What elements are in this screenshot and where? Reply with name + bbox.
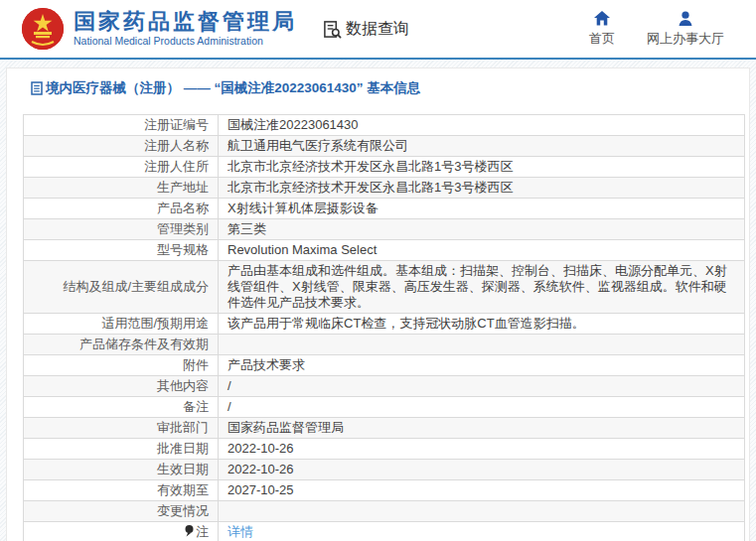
row-label: 注 [24, 522, 219, 541]
org-name-en: National Medical Products Administration [74, 36, 297, 48]
row-label: 管理类别 [24, 219, 219, 240]
row-label: 其他内容 [24, 376, 219, 397]
nav-home[interactable]: 首页 [589, 11, 615, 48]
page-background: 境内医疗器械（注册） —— “国械注准20223061430” 基本信息 注册证… [0, 60, 756, 541]
row-value: 航卫通用电气医疗系统有限公司 [219, 136, 745, 157]
nav-online-hall[interactable]: 网上办事大厅 [647, 11, 724, 48]
row-value: 北京市北京经济技术开发区永昌北路1号3号楼西区 [219, 157, 745, 178]
row-label: 结构及组成/主要组成成分 [24, 261, 219, 314]
row-label-text: 注册人住所 [144, 159, 209, 174]
site-header: 国家药品监督管理局 National Medical Products Admi… [0, 0, 756, 58]
row-label: 有效期至 [24, 480, 219, 501]
table-row: 适用范围/预期用途该产品用于常规临床CT检查，支持冠状动脉CT血管造影扫描。 [24, 314, 745, 335]
table-row: 注册证编号国械注准20223061430 [24, 115, 745, 136]
nav-home-label: 首页 [589, 30, 615, 48]
document-search-icon [323, 20, 342, 39]
content-panel: 境内医疗器械（注册） —— “国械注准20223061430” 基本信息 注册证… [6, 68, 750, 541]
row-label-text: 其他内容 [157, 378, 209, 393]
row-value: 该产品用于常规临床CT检查，支持冠状动脉CT血管造影扫描。 [219, 314, 745, 335]
table-row: 附件产品技术要求 [24, 355, 745, 376]
row-value: 第三类 [219, 219, 745, 240]
row-label-text: 产品名称 [157, 201, 209, 215]
row-label: 审批部门 [24, 418, 219, 439]
data-query-tab[interactable]: 数据查询 [323, 19, 409, 40]
row-label: 适用范围/预期用途 [24, 314, 219, 335]
row-label-text: 审批部门 [157, 420, 209, 435]
row-value: 国家药品监督管理局 [219, 418, 745, 439]
row-label: 产品储存条件及有效期 [24, 335, 219, 355]
row-label: 型号规格 [24, 240, 219, 261]
row-label-text: 附件 [183, 357, 209, 372]
national-emblem-logo [22, 8, 64, 50]
row-label-text: 型号规格 [157, 242, 209, 257]
table-row: 管理类别第三类 [24, 219, 745, 240]
registration-info-table: 注册证编号国械注准20223061430注册人名称航卫通用电气医疗系统有限公司注… [23, 114, 745, 541]
row-label-text: 产品储存条件及有效期 [79, 337, 209, 351]
row-value: 产品技术要求 [219, 355, 745, 376]
row-label: 附件 [24, 355, 219, 376]
note-balloon-icon [185, 525, 194, 537]
home-icon [594, 11, 610, 26]
table-row: 注详情 [24, 522, 745, 541]
table-row: 生效日期2022-10-26 [24, 460, 745, 480]
row-value: X射线计算机体层摄影设备 [219, 199, 745, 219]
row-label: 注册人住所 [24, 157, 219, 178]
table-row: 备注/ [24, 397, 745, 418]
row-label-text: 生产地址 [157, 180, 209, 195]
table-row: 型号规格Revolution Maxima Select [24, 240, 745, 261]
table-row: 有效期至2027-10-25 [24, 480, 745, 501]
row-label-text: 批准日期 [157, 441, 209, 456]
org-name-cn: 国家药品监督管理局 [74, 10, 297, 34]
row-label-text: 适用范围/预期用途 [101, 316, 209, 331]
row-label-text: 注册证编号 [144, 117, 209, 132]
row-label: 批准日期 [24, 439, 219, 460]
row-value: 北京市北京经济技术开发区永昌北路1号3号楼西区 [219, 178, 745, 199]
row-value: 国械注准20223061430 [219, 115, 745, 136]
row-value: Revolution Maxima Select [219, 240, 745, 261]
row-value: 2022-10-26 [219, 439, 745, 460]
breadcrumb: 境内医疗器械（注册） —— “国械注准20223061430” 基本信息 [31, 79, 749, 97]
table-row: 生产地址北京市北京经济技术开发区永昌北路1号3号楼西区 [24, 178, 745, 199]
row-label: 生效日期 [24, 460, 219, 480]
row-value: 2027-10-25 [219, 480, 745, 501]
row-label-text: 注 [196, 524, 209, 539]
person-icon [678, 11, 693, 26]
row-label-text: 管理类别 [157, 221, 209, 236]
row-value: 2022-10-26 [219, 460, 745, 480]
row-label: 注册人名称 [24, 136, 219, 157]
data-query-label: 数据查询 [346, 19, 409, 40]
table-row: 结构及组成/主要组成成分产品由基本组成和选件组成。基本组成：扫描架、控制台、扫描… [24, 261, 745, 314]
nav-online-hall-label: 网上办事大厅 [647, 30, 724, 48]
row-value: 详情 [219, 522, 745, 541]
row-label: 注册证编号 [24, 115, 219, 136]
row-label: 备注 [24, 397, 219, 418]
row-label: 变更情况 [24, 501, 219, 522]
row-label-text: 备注 [183, 399, 209, 414]
row-value: / [219, 397, 745, 418]
org-title-block: 国家药品监督管理局 National Medical Products Admi… [74, 10, 297, 48]
row-value [219, 501, 745, 522]
row-label: 产品名称 [24, 199, 219, 219]
row-label-text: 有效期至 [157, 482, 209, 497]
row-value: 产品由基本组成和选件组成。基本组成：扫描架、控制台、扫描床、电源分配单元、X射线… [219, 261, 745, 314]
row-label-text: 注册人名称 [144, 138, 209, 153]
detail-link[interactable]: 详情 [227, 524, 253, 539]
table-row: 批准日期2022-10-26 [24, 439, 745, 460]
row-value: / [219, 376, 745, 397]
row-label-text: 生效日期 [157, 462, 209, 476]
breadcrumb-text: 境内医疗器械（注册） —— “国械注准20223061430” 基本信息 [46, 79, 420, 97]
row-value [219, 335, 745, 355]
row-label: 生产地址 [24, 178, 219, 199]
table-row: 注册人名称航卫通用电气医疗系统有限公司 [24, 136, 745, 157]
row-label-text: 结构及组成/主要组成成分 [63, 279, 209, 294]
table-row: 产品储存条件及有效期 [24, 335, 745, 355]
table-row: 变更情况 [24, 501, 745, 522]
header-nav: 首页 网上办事大厅 [589, 11, 724, 48]
table-row: 注册人住所北京市北京经济技术开发区永昌北路1号3号楼西区 [24, 157, 745, 178]
info-table-body: 注册证编号国械注准20223061430注册人名称航卫通用电气医疗系统有限公司注… [24, 115, 745, 541]
table-row: 审批部门国家药品监督管理局 [24, 418, 745, 439]
row-label-text: 变更情况 [157, 503, 209, 518]
document-icon [31, 81, 43, 95]
table-row: 产品名称X射线计算机体层摄影设备 [24, 199, 745, 219]
table-row: 其他内容/ [24, 376, 745, 397]
